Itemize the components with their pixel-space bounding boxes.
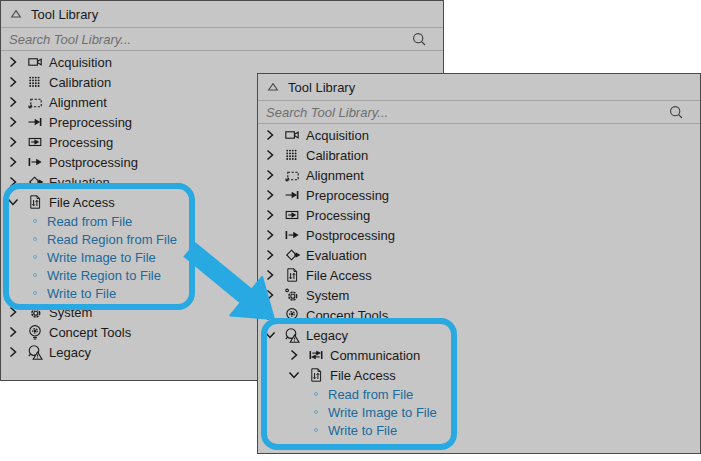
tree-item-label: System [306,289,349,302]
search-input[interactable] [9,28,411,50]
tree-group-postprocessing[interactable]: Postprocessing [258,225,700,245]
search-bar [258,101,700,124]
tree-item-label: Evaluation [49,176,110,189]
tree-item-label: File Access [306,269,372,282]
chevron-right-icon[interactable] [262,187,278,203]
tree-item-label: File Access [330,369,396,382]
camera-icon [27,54,43,70]
chevron-right-icon[interactable] [5,344,21,360]
dashed-rect-icon [284,167,300,183]
tree-group-evaluation[interactable]: Evaluation [258,245,700,265]
tree-group-system[interactable]: System [258,285,700,305]
search-icon [411,31,427,47]
chevron-right-icon[interactable] [5,94,21,110]
tool-bullet-icon [27,285,43,301]
chevron-right-icon[interactable] [5,54,21,70]
tree-item-label: Processing [49,136,113,149]
swap-arrows-icon [308,347,324,363]
collapse-triangle-icon[interactable] [266,80,280,94]
tree-group-legacy[interactable]: Legacy [258,325,700,345]
chevron-right-icon[interactable] [262,267,278,283]
tool-tree: AcquisitionCalibrationAlignmentPreproces… [258,124,700,439]
tree-group-acquisition[interactable]: Acquisition [258,125,700,145]
tool-bullet-icon [308,404,324,420]
tree-item-label: Legacy [306,329,348,342]
collapse-triangle-icon[interactable] [9,7,23,21]
search-icon [668,104,684,120]
panel-title: Tool Library [31,7,98,22]
tree-item-label: Calibration [49,76,111,89]
camera-icon [284,127,300,143]
tree-group-calibration[interactable]: Calibration [258,145,700,165]
tree-tool-write-to-file[interactable]: Write to File [258,421,700,439]
chevron-right-icon[interactable] [5,74,21,90]
tree-group-file-access[interactable]: File Access [258,265,700,285]
document-arrows-icon [284,267,300,283]
tool-library-panel-foreground: Tool Library AcquisitionCalibrationAlign… [257,73,701,454]
magnifier-warning-icon [27,344,43,360]
tree-item-label: System [49,306,92,319]
tree-item-label: Calibration [306,149,368,162]
tree-group-processing[interactable]: Processing [258,205,700,225]
chevron-right-icon[interactable] [5,324,21,340]
chevron-down-icon[interactable] [286,367,302,383]
tree-tool-read-from-file[interactable]: Read from File [258,385,700,403]
chevron-right-icon[interactable] [262,127,278,143]
chevron-right-icon[interactable] [262,147,278,163]
tool-bullet-icon [27,213,43,229]
tree-group-preprocessing[interactable]: Preprocessing [258,185,700,205]
tree-item-label: Preprocessing [306,189,389,202]
chevron-right-icon[interactable] [262,247,278,263]
dot-grid-icon [284,147,300,163]
tree-group-file-access[interactable]: File Access [258,365,700,385]
bulb-gear-icon [284,307,300,323]
tree-item-label: Alignment [306,169,364,182]
tree-group-concept-tools[interactable]: Concept Tools [258,305,700,325]
tree-tool-write-image-to-file[interactable]: Write Image to File [258,403,700,421]
tree-item-label: Alignment [49,96,107,109]
panel-header: Tool Library [258,74,700,101]
tree-item-label: Acquisition [49,56,112,69]
panel-header: Tool Library [1,1,443,28]
search-input[interactable] [266,101,668,123]
tree-item-label: Postprocessing [306,229,395,242]
tree-item-label: Acquisition [306,129,369,142]
screenshot-stage: Tool Library AcquisitionCalibrationAlign… [0,0,701,461]
tool-bullet-icon [27,231,43,247]
tree-item-label: Read Region from File [47,233,177,246]
chevron-right-icon[interactable] [262,287,278,303]
boxed-arrow-icon [284,207,300,223]
bulb-gear-icon [27,324,43,340]
tree-item-label: Read from File [328,388,413,401]
chevron-right-icon[interactable] [262,227,278,243]
tree-item-label: Write to File [328,424,397,437]
tool-bullet-icon [308,422,324,438]
chevron-right-icon[interactable] [286,347,302,363]
document-arrows-icon [27,194,43,210]
tree-item-label: Communication [330,349,420,362]
chevron-down-icon[interactable] [5,194,21,210]
chevron-right-icon[interactable] [5,174,21,190]
tree-group-communication[interactable]: Communication [258,345,700,365]
chevron-right-icon[interactable] [5,304,21,320]
chevron-right-icon[interactable] [5,134,21,150]
tree-group-acquisition[interactable]: Acquisition [1,52,443,72]
tree-item-label: Evaluation [306,249,367,262]
panel-title: Tool Library [288,80,355,95]
tree-item-label: Read from File [47,215,132,228]
tool-bullet-icon [27,249,43,265]
chevron-right-icon[interactable] [262,307,278,323]
tree-item-label: Write Image to File [47,251,156,264]
tree-item-label: File Access [49,196,115,209]
chevron-right-icon[interactable] [5,154,21,170]
search-bar [1,28,443,51]
chevron-down-icon[interactable] [262,327,278,343]
tree-item-label: Write to File [47,287,116,300]
dot-grid-icon [27,74,43,90]
diamond-arrow-icon [27,174,43,190]
chevron-right-icon[interactable] [262,167,278,183]
tree-group-alignment[interactable]: Alignment [258,165,700,185]
chevron-right-icon[interactable] [262,207,278,223]
chevron-right-icon[interactable] [5,114,21,130]
document-arrows-icon [308,367,324,383]
